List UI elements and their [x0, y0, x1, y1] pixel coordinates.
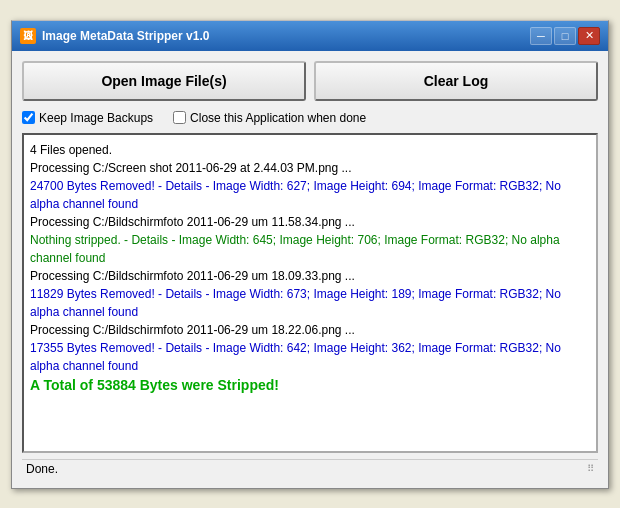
keep-backups-text: Keep Image Backups [39, 111, 153, 125]
log-line: 11829 Bytes Removed! - Details - Image W… [30, 285, 590, 321]
log-line: Processing C:/Bildschirmfoto 2011-06-29 … [30, 267, 590, 285]
log-line: 4 Files opened. [30, 141, 590, 159]
clear-log-button[interactable]: Clear Log [314, 61, 598, 101]
log-line: 17355 Bytes Removed! - Details - Image W… [30, 339, 590, 375]
title-bar: 🖼 Image MetaData Stripper v1.0 ─ □ ✕ [12, 21, 608, 51]
main-window: 🖼 Image MetaData Stripper v1.0 ─ □ ✕ Ope… [11, 20, 609, 489]
log-area: 4 Files opened.Processing C:/Screen shot… [22, 133, 598, 453]
toolbar: Open Image File(s) Clear Log [22, 61, 598, 101]
log-line: 24700 Bytes Removed! - Details - Image W… [30, 177, 590, 213]
minimize-button[interactable]: ─ [530, 27, 552, 45]
open-image-button[interactable]: Open Image File(s) [22, 61, 306, 101]
keep-backups-checkbox[interactable] [22, 111, 35, 124]
close-when-done-checkbox[interactable] [173, 111, 186, 124]
window-body: Open Image File(s) Clear Log Keep Image … [12, 51, 608, 488]
log-line: A Total of 53884 Bytes were Stripped! [30, 375, 590, 396]
log-line: Processing C:/Bildschirmfoto 2011-06-29 … [30, 213, 590, 231]
close-when-done-label[interactable]: Close this Application when done [173, 111, 366, 125]
resize-grip: ⠿ [587, 463, 594, 474]
app-icon: 🖼 [20, 28, 36, 44]
log-line: Nothing stripped. - Details - Image Widt… [30, 231, 590, 267]
log-line: Processing C:/Screen shot 2011-06-29 at … [30, 159, 590, 177]
title-bar-left: 🖼 Image MetaData Stripper v1.0 [20, 28, 209, 44]
close-when-done-text: Close this Application when done [190, 111, 366, 125]
title-buttons: ─ □ ✕ [530, 27, 600, 45]
close-button[interactable]: ✕ [578, 27, 600, 45]
checkboxes-row: Keep Image Backups Close this Applicatio… [22, 111, 598, 125]
keep-backups-label[interactable]: Keep Image Backups [22, 111, 153, 125]
log-line: Processing C:/Bildschirmfoto 2011-06-29 … [30, 321, 590, 339]
status-bar: Done. ⠿ [22, 459, 598, 478]
status-text: Done. [26, 462, 58, 476]
window-title: Image MetaData Stripper v1.0 [42, 29, 209, 43]
maximize-button[interactable]: □ [554, 27, 576, 45]
